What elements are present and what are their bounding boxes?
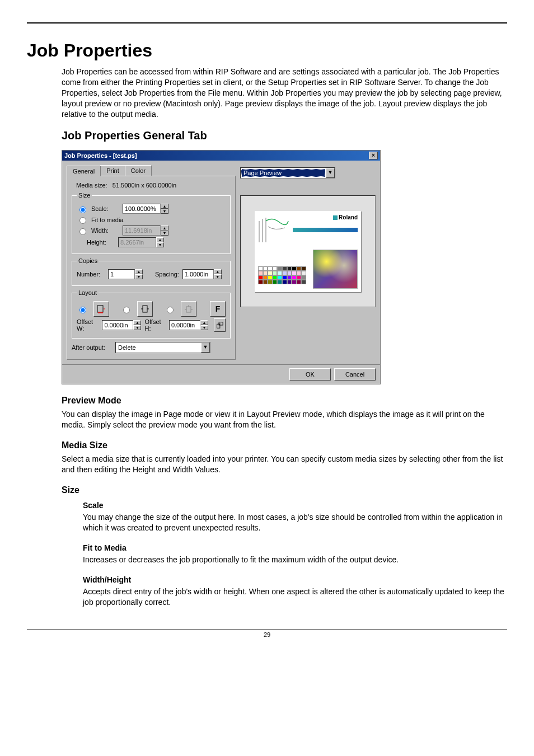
page-title: Job Properties: [27, 40, 507, 61]
height-input: [118, 237, 156, 247]
spin-down-icon[interactable]: ▼: [156, 242, 164, 247]
layout-radio-1[interactable]: [79, 307, 86, 313]
spin-down-icon[interactable]: ▼: [214, 274, 222, 279]
preview-art: [313, 250, 358, 289]
width-spin[interactable]: ▲▼: [123, 226, 168, 236]
close-icon[interactable]: ×: [369, 152, 378, 159]
dialog-titlebar: Job Properties - [test.ps] ×: [62, 151, 380, 161]
wh-heading: Width/Height: [83, 575, 507, 584]
preview-mode-value: Page Preview: [241, 169, 325, 177]
svg-rect-1: [143, 306, 147, 312]
copies-legend: Copies: [77, 257, 99, 264]
tab-color[interactable]: Color: [125, 165, 152, 176]
scale-heading: Scale: [83, 501, 507, 510]
width-radio[interactable]: [79, 228, 86, 235]
scale-spin[interactable]: ▲▼: [123, 204, 168, 214]
fit-paragraph: Increases or decreases the job proportio…: [83, 555, 507, 565]
layout-radio-2[interactable]: [123, 307, 130, 313]
copies-group: Copies Number: ▲▼ Spacing: ▲▼: [72, 257, 231, 286]
scale-input[interactable]: [123, 204, 161, 214]
layout-custom-icon[interactable]: [181, 301, 196, 317]
preview-swatches: [258, 266, 306, 289]
offset-h-label: Offset H:: [144, 318, 165, 332]
svg-rect-0: [97, 306, 103, 312]
offset-h-spin[interactable]: ▲▼: [169, 320, 208, 330]
spin-down-icon[interactable]: ▼: [200, 325, 208, 330]
layout-left-icon[interactable]: [93, 301, 109, 317]
preview-bar: [293, 228, 358, 232]
dialog-title: Job Properties - [test.ps]: [64, 152, 137, 159]
size-legend: Size: [77, 192, 92, 199]
number-input[interactable]: [108, 269, 135, 279]
layout-center-icon[interactable]: [137, 301, 153, 317]
spacing-input[interactable]: [182, 269, 214, 279]
size-heading: Size: [62, 485, 507, 495]
height-spin[interactable]: ▲▼: [118, 237, 164, 247]
media-size-paragraph: Select a media size that is currently lo…: [62, 454, 507, 475]
scale-label: Scale:: [91, 205, 119, 212]
tab-general[interactable]: General: [67, 166, 101, 176]
spacing-label: Spacing:: [155, 271, 179, 278]
preview-mode-select[interactable]: Page Preview ▼: [240, 167, 335, 179]
offset-w-input[interactable]: [102, 320, 133, 330]
size-group: Size Scale: ▲▼ Fit to media: [72, 192, 231, 254]
svg-rect-4: [219, 322, 223, 325]
layout-radio-3[interactable]: [167, 307, 174, 313]
fit-page-button[interactable]: F: [210, 301, 226, 317]
media-size-value: 51.5000in x 600.0000in: [113, 182, 176, 189]
dialog-button-bar: OK Cancel: [62, 364, 380, 384]
cancel-button[interactable]: Cancel: [334, 368, 376, 381]
spin-up-icon[interactable]: ▲: [200, 320, 208, 325]
spin-up-icon[interactable]: ▲: [156, 237, 164, 242]
width-label: Width:: [91, 227, 119, 234]
spin-down-icon[interactable]: ▼: [133, 325, 141, 330]
preview-mode-heading: Preview Mode: [62, 396, 507, 406]
spacing-spin[interactable]: ▲▼: [182, 269, 222, 279]
tab-panel-general: Media size: 51.5000in x 600.0000in Size …: [67, 176, 236, 360]
tabs: General Print Color: [67, 165, 236, 176]
spin-down-icon[interactable]: ▼: [135, 274, 143, 279]
spin-down-icon[interactable]: ▼: [161, 231, 168, 236]
offset-h-input[interactable]: [169, 320, 200, 330]
page-footer: 29: [27, 630, 507, 638]
section-heading: Job Properties General Tab: [62, 129, 507, 142]
ok-button[interactable]: OK: [289, 368, 331, 381]
spin-down-icon[interactable]: ▼: [161, 209, 168, 214]
scale-radio[interactable]: [79, 206, 86, 213]
chevron-down-icon[interactable]: ▼: [201, 342, 210, 353]
spin-up-icon[interactable]: ▲: [135, 269, 143, 274]
layout-group: Layout: [72, 289, 231, 339]
scale-paragraph: You may change the size of the output he…: [83, 512, 507, 533]
fit-heading: Fit to Media: [83, 543, 507, 552]
width-input: [123, 226, 161, 236]
intro-paragraph: Job Properties can be accessed from with…: [62, 67, 507, 119]
preview-area: Roland: [240, 195, 376, 307]
fit-label: Fit to media: [91, 217, 123, 223]
number-spin[interactable]: ▲▼: [108, 269, 143, 279]
fit-radio[interactable]: [79, 217, 86, 224]
after-output-label: After output:: [72, 344, 105, 351]
tab-print[interactable]: Print: [100, 165, 125, 176]
spin-up-icon[interactable]: ▲: [161, 226, 168, 231]
chevron-down-icon[interactable]: ▼: [326, 168, 335, 178]
spin-up-icon[interactable]: ▲: [133, 320, 141, 325]
brand-logo: Roland: [333, 214, 358, 220]
after-output-value: Delete: [116, 344, 201, 351]
media-size-row: Media size: 51.5000in x 600.0000in: [76, 182, 231, 189]
height-label: Height:: [87, 239, 115, 246]
spin-up-icon[interactable]: ▲: [161, 204, 168, 209]
offset-w-spin[interactable]: ▲▼: [102, 320, 141, 330]
rotate-icon[interactable]: [214, 318, 226, 332]
svg-rect-3: [217, 325, 220, 328]
job-properties-dialog: Job Properties - [test.ps] × General Pri…: [62, 150, 381, 384]
spin-up-icon[interactable]: ▲: [214, 269, 222, 274]
after-output-select[interactable]: Delete ▼: [115, 342, 210, 353]
media-size-heading: Media Size: [62, 440, 507, 450]
wh-paragraph: Accepts direct entry of the job's width …: [83, 586, 507, 608]
number-label: Number:: [77, 271, 105, 278]
page-number: 29: [264, 631, 270, 638]
preview-mode-paragraph: You can display the image in Page mode o…: [62, 409, 507, 430]
media-size-label: Media size:: [76, 182, 107, 189]
preview-illustration-icon: [258, 215, 289, 243]
svg-rect-2: [186, 307, 191, 312]
